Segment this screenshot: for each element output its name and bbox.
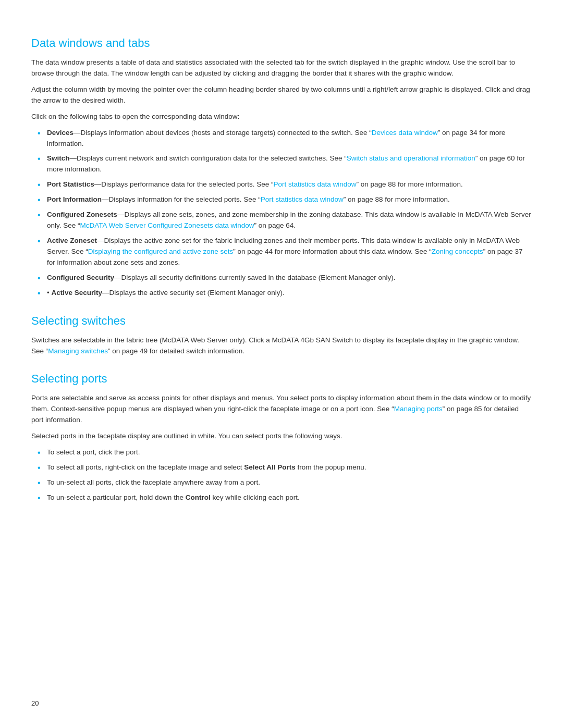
link-managing-switches[interactable]: Managing switches — [48, 347, 108, 355]
item-label-configured-security: Configured Security — [47, 274, 114, 281]
link-zoning-concepts[interactable]: Zoning concepts — [432, 248, 483, 255]
bold-select-all-ports: Select All Ports — [244, 463, 296, 471]
item-label-devices: Devices — [47, 129, 74, 137]
item-label-switch: Switch — [47, 154, 70, 162]
para-data-window-2: Adjust the column width by moving the po… — [31, 84, 532, 106]
link-managing-ports[interactable]: Managing ports — [394, 405, 443, 413]
list-item-port-information: Port Information—Displays information fo… — [47, 194, 532, 205]
section-heading-selecting-switches: Selecting switches — [31, 314, 532, 328]
para-selecting-ports-2: Selected ports in the faceplate display … — [31, 431, 532, 442]
section-heading-data-windows: Data windows and tabs — [31, 36, 532, 50]
list-item-select-all-ports: To select all ports, right-click on the … — [47, 462, 532, 473]
para-data-window-1: The data window presents a table of data… — [31, 57, 532, 79]
item-label-port-information: Port Information — [47, 195, 102, 203]
list-item-configured-security: Configured Security—Displays all securit… — [47, 273, 532, 283]
list-item-devices: Devices—Displays information about devic… — [47, 128, 532, 150]
link-devices-data-window[interactable]: Devices data window — [372, 129, 438, 137]
data-windows-list: Devices—Displays information about devic… — [47, 128, 532, 299]
link-port-statistics-2[interactable]: Port statistics data window — [261, 195, 344, 203]
para-selecting-switches: Switches are selectable in the fabric tr… — [31, 335, 532, 357]
list-item-port-statistics: Port Statistics—Displays performance dat… — [47, 179, 532, 190]
para-data-window-3: Click on the following tabs to open the … — [31, 112, 532, 122]
item-label-port-statistics: Port Statistics — [47, 180, 94, 188]
link-mcdata-configured-zonesets[interactable]: McDATA Web Server Configured Zonesets da… — [80, 221, 254, 229]
link-port-statistics-1[interactable]: Port statistics data window — [273, 180, 356, 188]
item-label-active-security-bullet: • Active Security—Displays the active se… — [47, 289, 285, 297]
list-item-configured-zonesets: Configured Zonesets—Displays all zone se… — [47, 209, 532, 231]
page-number: 20 — [31, 699, 39, 707]
link-switch-status[interactable]: Switch status and operational informatio… — [347, 154, 475, 162]
list-item-switch: Switch—Displays current network and swit… — [47, 153, 532, 175]
link-displaying-configured-active[interactable]: Displaying the configured and active zon… — [88, 248, 233, 255]
list-item-select-port: To select a port, click the port. — [47, 447, 532, 458]
list-item-active-zoneset: Active Zoneset—Displays the active zone … — [47, 236, 532, 268]
para-selecting-ports-1: Ports are selectable and serve as access… — [31, 393, 532, 426]
list-item-unselect-particular-port: To un-select a particular port, hold dow… — [47, 492, 532, 503]
item-label-active-zoneset: Active Zoneset — [47, 237, 97, 244]
selecting-ports-list: To select a port, click the port. To sel… — [47, 447, 532, 503]
bold-control-key: Control — [186, 493, 211, 501]
list-item-unselect-all-ports: To un-select all ports, click the facepl… — [47, 477, 532, 488]
item-label-configured-zonesets: Configured Zonesets — [47, 211, 117, 218]
list-item-active-security: • Active Security—Displays the active se… — [47, 288, 532, 299]
section-heading-selecting-ports: Selecting ports — [31, 372, 532, 386]
